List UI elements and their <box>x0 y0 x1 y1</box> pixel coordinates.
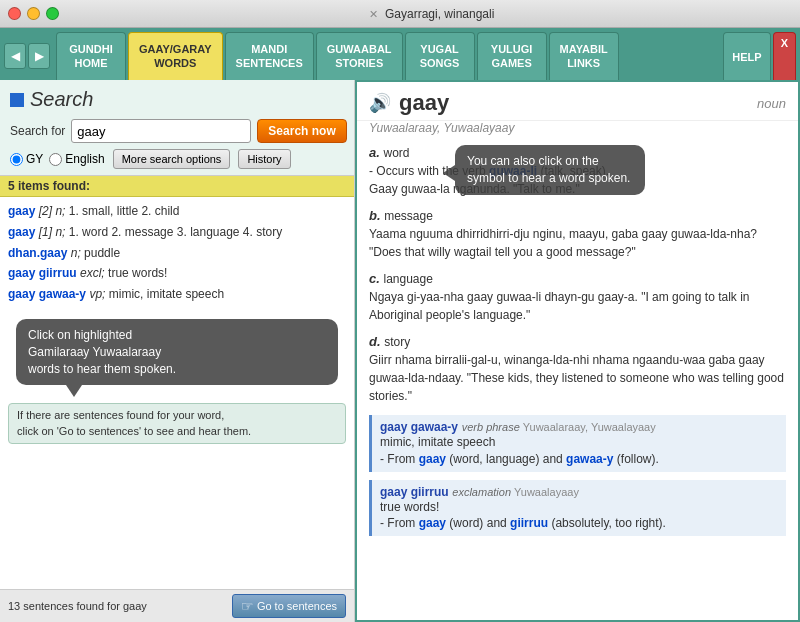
word-pos: noun <box>757 96 786 111</box>
word-heading: gaay <box>399 90 449 116</box>
history-button[interactable]: History <box>238 149 290 169</box>
result-item: gaay [1] n; 1. word 2. message 3. langua… <box>8 224 346 241</box>
forward-arrow[interactable]: ▶ <box>28 43 50 69</box>
search-title: Search <box>10 88 344 111</box>
search-button[interactable]: Search now <box>257 119 346 143</box>
go-sentences-button[interactable]: ☞ Go to sentences <box>232 594 346 618</box>
search-input[interactable] <box>71 119 251 143</box>
link-gaay[interactable]: gaay <box>419 452 446 466</box>
definition-c: c. language Ngaya gi-yaa-nha gaay guwaa-… <box>369 271 786 324</box>
tooltip-left: Click on highlighted Gamilaraay Yuwaalar… <box>16 319 338 385</box>
results-count-bar: 5 items found: <box>0 176 354 197</box>
phrase-gaay-giirruu: gaay giirruu exclamation Yuwaalayaay tru… <box>369 480 786 537</box>
sentence-info-box: If there are sentences found for your wo… <box>8 403 346 444</box>
result-word-2[interactable]: gaay <box>8 225 35 239</box>
result-item: dhan.gaay n; puddle <box>8 245 346 262</box>
result-word-4[interactable]: gaay giirruu <box>8 266 77 280</box>
word-subtext: Yuwaalaraay, Yuwaalayaay <box>357 121 798 139</box>
main-content: Search Search for Search now GY <box>0 80 800 622</box>
word-content: a. word - Occurs with the verb guwaa-li … <box>357 139 798 620</box>
speaker-icon[interactable]: 🔊 <box>369 92 391 114</box>
back-arrow[interactable]: ◀ <box>4 43 26 69</box>
word-header: 🔊 gaay noun <box>357 82 798 121</box>
tab-gundhi-home[interactable]: GUNDHI HOME <box>56 32 126 80</box>
result-item: gaay gawaa-y vp; mimic, imitate speech <box>8 286 346 303</box>
nav-arrows: ◀ ▶ <box>4 32 50 80</box>
title-bar: ✕ Gayarragi, winangali <box>0 0 800 28</box>
search-header: Search Search for Search now GY <box>0 80 354 176</box>
result-word-3[interactable]: dhan.gaay <box>8 246 67 260</box>
radio-group: GY English <box>10 152 105 166</box>
link-giirruu[interactable]: giirruu <box>510 516 548 530</box>
sentence-count: 13 sentences found for gaay <box>8 600 147 612</box>
tooltip-left-arrow <box>66 385 82 397</box>
help-button[interactable]: HELP <box>723 32 770 80</box>
sentence-bar: 13 sentences found for gaay ☞ Go to sent… <box>0 589 354 622</box>
result-word-1[interactable]: gaay <box>8 204 35 218</box>
search-row: Search for Search now <box>10 119 344 143</box>
tab-gaay-words[interactable]: GAAY/GARAY WORDS <box>128 32 223 80</box>
link-gaay-2[interactable]: gaay <box>419 516 446 530</box>
radio-english[interactable]: English <box>49 152 104 166</box>
result-item: gaay [2] n; 1. small, little 2. child <box>8 203 346 220</box>
search-for-label: Search for <box>10 124 65 138</box>
search-options-row: GY English More search options History <box>10 149 344 169</box>
close-nav-button[interactable]: X <box>773 32 796 80</box>
result-word-5[interactable]: gaay gawaa-y <box>8 287 86 301</box>
close-button[interactable] <box>8 7 21 20</box>
tooltip-right-arrow <box>443 165 455 181</box>
more-options-button[interactable]: More search options <box>113 149 231 169</box>
results-list: gaay [2] n; 1. small, little 2. child ga… <box>0 197 354 399</box>
window-controls <box>8 7 59 20</box>
maximize-button[interactable] <box>46 7 59 20</box>
radio-gy[interactable]: GY <box>10 152 43 166</box>
results-area: 5 items found: gaay [2] n; 1. small, lit… <box>0 176 354 589</box>
tooltip-right: You can also click on the symbol to hear… <box>455 145 645 195</box>
definition-b: b. message Yaama nguuma dhirridhirri-dju… <box>369 208 786 261</box>
nav-bar: ◀ ▶ GUNDHI HOME GAAY/GARAY WORDS MANDI S… <box>0 28 800 80</box>
title-icon: ✕ <box>369 8 378 20</box>
cursor-icon: ☞ <box>241 598 254 614</box>
tab-yulugi-games[interactable]: YULUGI GAMES <box>477 32 547 80</box>
left-panel: Search Search for Search now GY <box>0 80 355 622</box>
phrase-title-1[interactable]: gaay gawaa-y <box>380 420 458 434</box>
link-gawaa-y[interactable]: gawaa-y <box>566 452 613 466</box>
definition-d: d. story Giirr nhama birralii-gal-u, win… <box>369 334 786 405</box>
tab-mandi-sentences[interactable]: MANDI SENTENCES <box>225 32 314 80</box>
window-title: ✕ Gayarragi, winangali <box>71 7 792 21</box>
minimize-button[interactable] <box>27 7 40 20</box>
search-icon <box>10 93 24 107</box>
phrase-gaay-gawaa-y: gaay gawaa-y verb phrase Yuwaalaraay, Yu… <box>369 415 786 472</box>
tab-mayabil-links[interactable]: MAYABIL LINKS <box>549 32 619 80</box>
search-section-title: Search <box>30 88 93 111</box>
result-item: gaay giirruu excl; true words! <box>8 265 346 282</box>
tab-yugal-songs[interactable]: YUGAL SONGS <box>405 32 475 80</box>
tab-guwaabal-stories[interactable]: GUWAABAL STORIES <box>316 32 403 80</box>
phrase-title-2[interactable]: gaay giirruu <box>380 485 449 499</box>
